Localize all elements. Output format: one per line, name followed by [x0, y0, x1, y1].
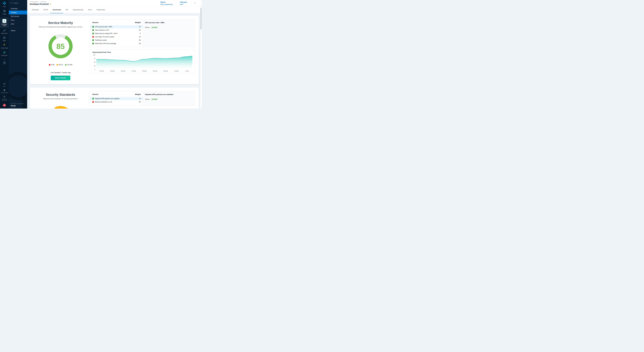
- sidebar-item-self-service[interactable]: Self service: [9, 14, 27, 18]
- lifecycle-label: Lifecycle: [180, 1, 187, 3]
- owner-value[interactable]: field_engineering: [160, 3, 172, 5]
- chart-x-axis: 24 Aug25 Aug26 Aug27 Aug28 Aug29 Aug30 A…: [96, 70, 192, 72]
- check-weight: 5: [140, 32, 141, 34]
- tab-dependencies[interactable]: Dependencies: [70, 6, 86, 13]
- favorite-star-icon[interactable]: ★: [50, 3, 51, 5]
- deployments-pipeline-icon: [3, 29, 6, 32]
- nav-label: Deployments: [1, 33, 8, 34]
- nav-help[interactable]: ? HELP: [0, 82, 9, 88]
- check-label: Less than 1% error in prod: [95, 36, 138, 38]
- check-row[interactable]: Less than 1% error in prod 15: [90, 35, 143, 38]
- scorecard-title: Service Maturity: [48, 21, 73, 25]
- chart-y-axis: 0255075100: [92, 55, 96, 69]
- tab-kubernetes[interactable]: Kubernetes: [94, 6, 108, 13]
- score-legend: 0-49 50-74 75-100: [49, 64, 72, 66]
- tab-docs[interactable]: Docs: [86, 6, 94, 13]
- tab-api[interactable]: API: [63, 6, 70, 13]
- sidebar-item-admin[interactable]: Admin: [9, 29, 27, 32]
- nav-cloud-costs[interactable]: $ Cloud Costs: [0, 50, 9, 57]
- status-badge: PASSED: [151, 26, 158, 28]
- y-tick-label: 75: [94, 58, 95, 59]
- checks-panel: Checks Weight API success rate > 99% 10 …: [90, 19, 143, 47]
- developer-portal-icon: [2, 19, 6, 23]
- x-tick-label: 27 Aug: [128, 70, 139, 72]
- check-row[interactable]: TechDocs exists 30: [90, 38, 143, 42]
- check-label: Java version is LTS: [95, 29, 138, 31]
- maturity-donut-chart: 85: [47, 33, 74, 60]
- nav-projects[interactable]: Projects: [0, 8, 9, 16]
- security-summary: Security Standards Measures best practic…: [34, 91, 87, 108]
- nav-label: Projects: [2, 13, 6, 15]
- legend-label: 50-74: [59, 64, 63, 66]
- check-row[interactable]: Java version is LTS 20: [90, 28, 143, 32]
- feature-flag-icon: [3, 44, 6, 47]
- tab-scorecard[interactable]: Scorecard: [50, 6, 63, 13]
- tab-cicd[interactable]: CI/CD: [41, 6, 50, 13]
- nav-deployments[interactable]: Deployments: [0, 28, 9, 35]
- entity-header: COMPONENT — SERVICE boutique-frontend ★ …: [27, 0, 202, 6]
- nav-label: Feature Flags: [1, 47, 8, 49]
- x-tick-label: 24 Aug: [96, 70, 107, 72]
- legend-dot-red: [49, 64, 50, 66]
- x-tick-label: 26 Aug: [118, 70, 128, 72]
- nav-feature-flags[interactable]: Feature Flags: [0, 43, 9, 50]
- legend-item-mid: 50-74: [56, 64, 63, 66]
- check-weight: 20: [139, 29, 141, 31]
- sidebar-item-docs[interactable]: Docs: [9, 18, 27, 22]
- projects-cube-icon: [3, 10, 6, 13]
- scorecard-title: Security Standards: [46, 93, 75, 97]
- check-row[interactable]: Pipeline OPA policies are satisfied 10: [90, 97, 143, 100]
- sidebar-item-overview[interactable]: Overview: [9, 7, 27, 10]
- check-passed-icon: [92, 26, 94, 28]
- search-icon: [10, 2, 12, 4]
- check-row[interactable]: Branch protection is set 30: [90, 100, 143, 104]
- x-tick-label: 28 Aug: [139, 70, 150, 72]
- check-row[interactable]: Mean time to merge PR < 48 hr 5: [90, 32, 143, 35]
- sidebar-item-apis[interactable]: APIs: [9, 22, 27, 26]
- nav-label: Builds: [3, 40, 6, 41]
- rail-divider: [2, 17, 7, 17]
- improvement-area-chart: [96, 55, 192, 69]
- rerun-checks-button[interactable]: Rerun Checks: [51, 76, 70, 80]
- check-row[interactable]: API success rate > 99% 10: [90, 25, 143, 28]
- page-title: boutique-frontend: [30, 3, 48, 5]
- kebab-menu-icon[interactable]: [194, 1, 196, 5]
- y-tick-label: 50: [94, 61, 95, 63]
- entity-tabs: Overview CI/CD Scorecard API Dependencie…: [27, 6, 202, 13]
- last-updated-text: Last Updated: 2 weeks ago: [50, 72, 71, 73]
- harness-logo-icon: [3, 1, 6, 5]
- builds-check-icon: [3, 36, 6, 39]
- legend-label: 75-100: [67, 64, 72, 66]
- nav-account-settings[interactable]: ACCOUNT SETTINGS: [0, 94, 9, 102]
- nav-dashboards[interactable]: DASHBOARDS: [0, 88, 9, 94]
- tab-overview[interactable]: Overview: [30, 6, 41, 13]
- user-avatar[interactable]: HM: [3, 104, 6, 107]
- check-passed-icon: [92, 98, 94, 99]
- check-label: Mean time to merge PR < 48 hr: [95, 32, 139, 34]
- chevron-down-icon[interactable]: [4, 57, 5, 60]
- maturity-score-value: 85: [47, 33, 74, 60]
- check-passed-icon: [92, 29, 94, 31]
- search-input[interactable]: Search: [9, 0, 27, 5]
- scrollbar-thumb[interactable]: [200, 8, 202, 29]
- nav-label: Home: [3, 6, 6, 7]
- sidebar-footer: INTERNAL DEVELOPER Portal: [9, 101, 27, 108]
- vertical-scrollbar[interactable]: [200, 0, 202, 108]
- check-detail-panel: API success rate > 99% Status: PASSED: [143, 19, 195, 47]
- x-tick-label: 31 Aug: [171, 70, 182, 72]
- legend-item-high: 75-100: [65, 64, 72, 66]
- svg-text:$: $: [4, 52, 5, 53]
- nav-home[interactable]: Home: [0, 0, 9, 8]
- check-row[interactable]: More than 70% test coverage 20: [90, 42, 143, 45]
- status-badge: PASSED: [151, 98, 158, 100]
- module-grid-icon[interactable]: [3, 61, 6, 64]
- security-details: Checks Weight Pipeline OPA policies are …: [90, 91, 195, 108]
- svg-text:?: ?: [4, 83, 5, 84]
- nav-builds[interactable]: Builds: [0, 35, 9, 43]
- nav-developer-portal[interactable]: Developer Portal: [0, 18, 9, 28]
- check-weight: 30: [139, 101, 141, 103]
- sidebar-item-catalog[interactable]: Catalog: [9, 10, 27, 14]
- legend-label: 0-49: [51, 64, 54, 66]
- owner-label: Owner: [160, 1, 172, 3]
- weight-header: Weight: [135, 21, 141, 23]
